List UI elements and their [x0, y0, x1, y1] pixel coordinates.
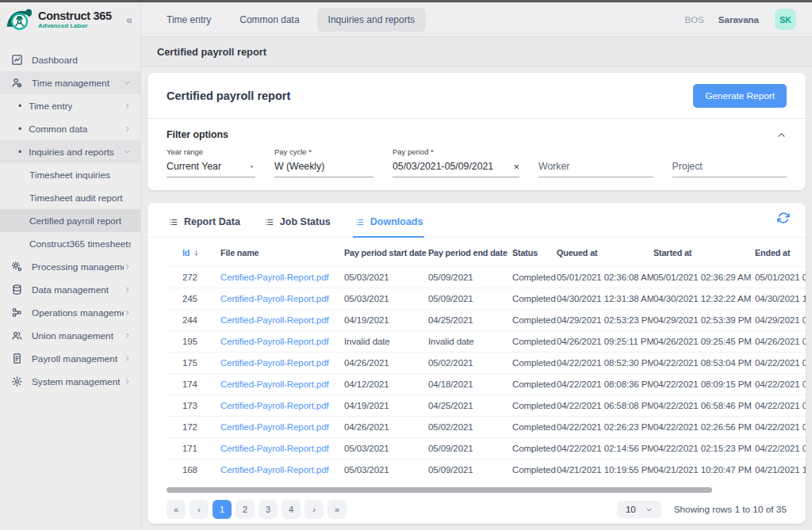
cell-file-name: Certified-Payroll-Report.pdf [220, 417, 344, 438]
sidebar-item-union-management[interactable]: Union management [0, 324, 140, 347]
cell-start: 04/19/2021 [344, 395, 428, 417]
tab-job-status[interactable]: Job Status [262, 213, 332, 238]
cell-ended-at: 04/21/2021 10: [755, 459, 806, 481]
horizontal-scrollbar-thumb[interactable] [167, 487, 712, 493]
app-logo: Construct 365 Advanced Labor « [0, 2, 140, 37]
topnav-tab-inquiries-and-reports[interactable]: Inquiries and reports [317, 8, 426, 32]
next-page-button[interactable]: › [304, 500, 324, 519]
sidebar-item-time-management[interactable]: Time management [0, 71, 140, 94]
sidebar-item-timesheet-audit-report[interactable]: Timesheet audit report [0, 186, 140, 209]
tab-report-data[interactable]: Report Data [167, 213, 242, 238]
cell-ended-at: 04/22/2021 02 [755, 417, 806, 438]
file-link[interactable]: Certified-Payroll-Report.pdf [220, 401, 329, 410]
cell-end: 05/09/2021 [428, 288, 512, 310]
table-row: 172Certified-Payroll-Report.pdf04/26/202… [167, 417, 806, 438]
project-label-spacer [672, 147, 787, 157]
file-link[interactable]: Certified-Payroll-Report.pdf [220, 358, 329, 368]
user-name[interactable]: Saravana [718, 15, 759, 25]
page-size-select[interactable]: 10 [617, 501, 661, 518]
file-link[interactable]: Certified-Payroll-Report.pdf [220, 315, 329, 325]
cell-started-at: 04/22/2021 08:53:04 PM [653, 353, 755, 374]
clear-icon[interactable]: × [513, 162, 519, 172]
cell-queued-at: 04/22/2021 08:52:30 PM [557, 353, 653, 374]
column-header-ended-at[interactable]: Ended at [755, 238, 806, 267]
page-3-button[interactable]: 3 [259, 500, 278, 519]
page-2-button[interactable]: 2 [236, 500, 255, 519]
page-1-button[interactable]: 1 [213, 500, 232, 519]
sidebar-item-system-management[interactable]: System management [0, 370, 140, 393]
users-icon [11, 330, 23, 341]
sidebar-item-common-data[interactable]: •Common data [0, 117, 140, 140]
column-header-label: File name [220, 248, 259, 257]
sidebar-item-label: Inquiries and reports [29, 147, 114, 158]
sidebar-item-operations-management[interactable]: Operations management [0, 301, 140, 324]
sidebar-item-payroll-management[interactable]: Payroll management [0, 347, 140, 370]
cell-file-name: Certified-Payroll-Report.pdf [220, 331, 344, 353]
sidebar-item-data-management[interactable]: Data management [0, 278, 140, 301]
topnav-tabs: Time entryCommon dataInquiries and repor… [155, 8, 426, 32]
file-link[interactable]: Certified-Payroll-Report.pdf [220, 444, 329, 453]
cell-end: 05/02/2021 [428, 353, 512, 374]
sidebar-collapse-icon[interactable]: « [126, 13, 132, 26]
topnav-tab-time-entry[interactable]: Time entry [155, 8, 222, 32]
column-header-file-name[interactable]: File name [220, 238, 344, 267]
chev-right-icon [124, 355, 131, 362]
column-header-pay-period-start-date[interactable]: Pay period start date [344, 238, 428, 267]
column-header-pay-period-end-date[interactable]: Pay period end date [428, 238, 512, 267]
sidebar-item-timesheet-inquiries[interactable]: Timesheet inquiries [0, 163, 140, 186]
tab-downloads[interactable]: Downloads [353, 213, 425, 238]
column-header-label: Pay period end date [428, 248, 508, 257]
bullet-icon: • [18, 124, 21, 135]
sidebar-item-label: Union management [32, 330, 113, 341]
cell-status: Completed [512, 374, 557, 395]
sidebar-item-inquiries-and-reports[interactable]: •Inquiries and reports [0, 140, 140, 163]
column-header-status[interactable]: Status [512, 238, 557, 267]
sidebar-item-construct365-timesheets[interactable]: Construct365 timesheets [0, 232, 140, 255]
cell-start: Invalid date [344, 331, 428, 353]
refresh-button[interactable] [777, 212, 790, 224]
filters-collapse-icon[interactable] [776, 130, 787, 140]
file-link[interactable]: Certified-Payroll-Report.pdf [220, 379, 329, 389]
logo-icon [5, 5, 35, 35]
cell-id: 172 [167, 417, 220, 438]
file-link[interactable]: Certified-Payroll-Report.pdf [220, 422, 329, 432]
sidebar-item-processing-management[interactable]: Processing management [0, 255, 140, 278]
avatar[interactable]: SK [775, 9, 796, 30]
worker-input[interactable] [538, 158, 653, 177]
first-page-button[interactable]: « [167, 500, 186, 519]
pay-cycle-input[interactable]: W (Weekly) [274, 158, 373, 177]
last-page-button[interactable]: » [327, 500, 347, 519]
chev-right-icon [124, 286, 131, 293]
year-range-select[interactable]: Current Year [167, 158, 255, 177]
table-body: 272Certified-Payroll-Report.pdf05/03/202… [167, 267, 806, 481]
prev-page-button[interactable]: ‹ [190, 500, 209, 519]
sidebar-item-certified-payroll-report[interactable]: Certified payroll report [0, 209, 140, 232]
column-header-label: Started at [653, 248, 691, 257]
file-link[interactable]: Certified-Payroll-Report.pdf [220, 337, 329, 346]
cell-start: 05/03/2021 [344, 459, 428, 481]
column-header-started-at[interactable]: Started at [653, 238, 755, 267]
cell-status: Completed [512, 353, 557, 374]
file-link[interactable]: Certified-Payroll-Report.pdf [220, 465, 329, 475]
cell-started-at: 04/26/2021 09:25:45 PM [653, 331, 755, 353]
pay-period-input[interactable]: 05/03/2021-05/09/2021 × [393, 158, 519, 177]
sidebar-item-dashboard[interactable]: Dashboard [0, 48, 140, 71]
cell-file-name: Certified-Payroll-Report.pdf [220, 438, 344, 459]
file-link[interactable]: Certified-Payroll-Report.pdf [220, 273, 329, 282]
cell-started-at: 04/22/2021 02:26:56 PM [653, 417, 755, 438]
column-header-queued-at[interactable]: Queued at [557, 238, 653, 267]
column-header-id[interactable]: Id [167, 238, 220, 267]
generate-report-button[interactable]: Generate Report [693, 84, 787, 108]
cell-id: 173 [167, 395, 220, 417]
project-input[interactable] [672, 158, 787, 177]
column-header-label: Id [182, 248, 190, 257]
sidebar-item-time-entry[interactable]: •Time entry [0, 94, 140, 117]
sidebar-item-label: Time entry [29, 101, 72, 112]
topnav-tab-common-data[interactable]: Common data [228, 8, 310, 32]
page-4-button[interactable]: 4 [282, 500, 301, 519]
file-link[interactable]: Certified-Payroll-Report.pdf [220, 294, 329, 303]
cell-queued-at: 04/22/2021 08:08:36 PM [557, 374, 653, 395]
cell-queued-at: 04/21/2021 10:19:55 PM [557, 459, 653, 481]
cell-queued-at: 05/01/2021 02:36:08 AM [557, 267, 653, 288]
cell-id: 171 [167, 438, 220, 459]
